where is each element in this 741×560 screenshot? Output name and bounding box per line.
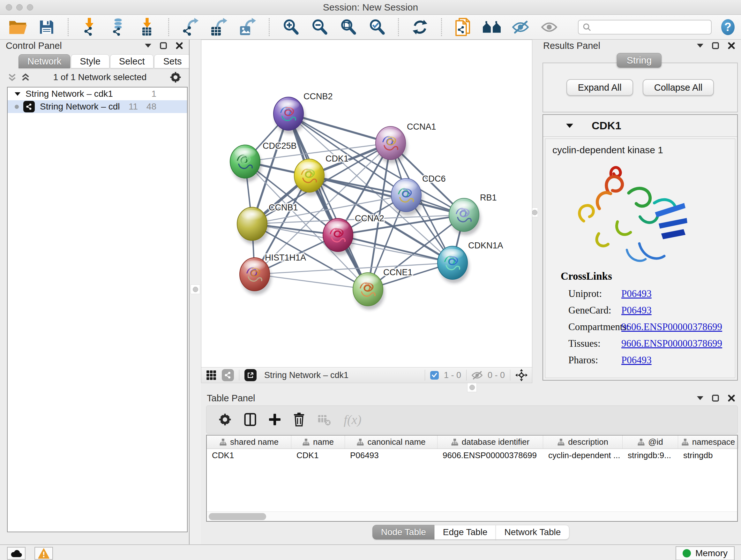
show-columns-button[interactable] [244, 413, 256, 426]
zoom-in-button[interactable] [281, 17, 300, 37]
warnings-button[interactable] [35, 547, 53, 560]
zoom-fit-button[interactable] [339, 17, 358, 37]
import-table-button[interactable] [138, 17, 157, 37]
memory-status-button[interactable]: Memory [676, 546, 735, 560]
panel-menu-button[interactable] [697, 44, 703, 48]
left-splitter[interactable] [189, 40, 201, 544]
detach-view-button[interactable] [245, 369, 257, 381]
clone-network-button[interactable] [454, 17, 473, 37]
collapse-all-tree-button[interactable] [8, 73, 17, 82]
tab-network-table[interactable]: Network Table [495, 525, 569, 540]
tab-sets[interactable]: Sets [154, 54, 191, 68]
panel-float-button[interactable] [712, 42, 719, 50]
help-button[interactable]: ? [721, 19, 735, 35]
open-session-button[interactable] [8, 17, 27, 37]
table-horizontal-scrollbar[interactable] [207, 511, 737, 521]
crosslink-value-link[interactable]: P06493 [621, 305, 652, 316]
selected-checkbox-icon[interactable] [430, 371, 439, 380]
column-header-canonical-name[interactable]: canonical name [345, 435, 437, 449]
column-type-icon [356, 438, 364, 446]
automation-cloud-button[interactable] [7, 547, 25, 560]
network-canvas[interactable]: CCNB2CCNA1CDC25BCDK1CDC6RB1CCNB1CCNA2CDK… [201, 40, 532, 367]
search-input[interactable] [594, 22, 707, 33]
edge-HIST1H1A-CCNE1[interactable] [255, 274, 368, 289]
node-CCNE1[interactable]: CCNE1 [353, 267, 413, 310]
network-options-gear-button[interactable] [170, 71, 181, 83]
tab-string[interactable]: String [617, 53, 662, 68]
network-overview-button[interactable] [482, 17, 501, 37]
panel-close-button[interactable] [728, 394, 735, 402]
left-splitter-handle[interactable] [191, 285, 200, 294]
delete-column-button[interactable] [293, 413, 305, 427]
protein-section-header[interactable]: CDK1 [543, 115, 737, 137]
zoom-selected-button[interactable] [367, 17, 387, 37]
network-row-selected[interactable]: String Network – cdk1 11 48 [8, 100, 187, 113]
column-header-@id[interactable]: @id [623, 435, 678, 449]
tab-select[interactable]: Select [110, 54, 154, 68]
node-CDKN1A[interactable]: CDKN1A [437, 241, 503, 283]
tab-edge-table[interactable]: Edge Table [434, 525, 496, 540]
right-splitter[interactable] [532, 40, 537, 383]
node-CCNB2[interactable]: CCNB2 [273, 91, 333, 134]
search-icon [583, 23, 591, 32]
panel-close-button[interactable] [176, 42, 183, 50]
export-image-button[interactable] [238, 17, 257, 37]
tab-style[interactable]: Style [71, 54, 109, 68]
expand-all-tree-button[interactable] [21, 73, 30, 82]
zoom-out-button[interactable] [310, 17, 329, 37]
collection-expander-icon[interactable] [15, 92, 20, 96]
section-expander-icon[interactable] [566, 124, 573, 128]
collapse-all-button[interactable]: Collapse All [643, 79, 714, 96]
edge-CCNA2-CDKN1A[interactable] [338, 235, 453, 263]
collection-count: 1 [138, 89, 156, 99]
column-header-name[interactable]: name [291, 435, 345, 449]
panel-float-button[interactable] [159, 42, 167, 50]
network-collection-row[interactable]: String Network – cdk1 1 [8, 87, 187, 100]
panel-menu-button[interactable] [145, 44, 151, 48]
hidden-eye-icon[interactable] [472, 371, 482, 380]
add-column-button[interactable] [269, 414, 280, 425]
crosslink-value-link[interactable]: P06493 [621, 354, 652, 366]
column-header-database-identifier[interactable]: database identifier [437, 435, 543, 449]
grid-view-button[interactable] [206, 370, 217, 381]
export-table-button[interactable] [209, 17, 228, 37]
expand-all-button[interactable]: Expand All [566, 79, 633, 96]
node-table: shared namenamecanonical namedatabase id… [206, 435, 738, 522]
table-row[interactable]: CDK1CDK1P064939606.ENSP00000378699cyclin… [207, 449, 737, 462]
hide-selected-button[interactable] [511, 17, 530, 37]
node-label-CCNE1: CCNE1 [383, 267, 413, 277]
import-database-button[interactable] [109, 17, 128, 37]
edge-CCNB2-CCNE1[interactable] [288, 114, 368, 289]
node-HIST1H1A[interactable]: HIST1H1A [240, 253, 306, 295]
crosslink-value-link[interactable]: 9606.ENSP00000378699 [621, 338, 722, 349]
panel-menu-button[interactable] [697, 396, 703, 400]
node-RB1[interactable]: RB1 [449, 193, 497, 235]
refresh-view-button[interactable] [410, 17, 429, 37]
export-network-button[interactable] [181, 17, 200, 37]
bottom-splitter[interactable] [201, 383, 741, 392]
scrollbar-thumb[interactable] [209, 513, 266, 520]
network-edges[interactable] [245, 114, 464, 289]
tab-network[interactable]: Network [18, 54, 70, 68]
column-header-namespace[interactable]: namespace [678, 435, 738, 449]
column-header-shared-name[interactable]: shared name [207, 435, 291, 449]
node-CDK1[interactable]: CDK1 [294, 154, 348, 196]
tab-node-table[interactable]: Node Table [373, 525, 434, 540]
save-session-button[interactable] [37, 17, 56, 37]
node-label-CCNA1: CCNA1 [407, 122, 436, 132]
crosslink-value-link[interactable]: 9606.ENSP00000378699 [621, 321, 722, 333]
bottom-splitter-handle[interactable] [467, 382, 477, 392]
panel-close-button[interactable] [728, 42, 735, 50]
table-cell: cyclin-dependent ... [543, 449, 623, 462]
import-network-button[interactable] [80, 17, 99, 37]
column-header-description[interactable]: description [543, 435, 623, 449]
panel-float-button[interactable] [712, 394, 719, 402]
node-CDC6[interactable]: CDC6 [391, 174, 446, 215]
crosslink-value-link[interactable]: P06493 [621, 288, 652, 300]
table-options-gear-button[interactable] [219, 413, 231, 426]
birdseye-crosshair-button[interactable] [515, 369, 528, 381]
collection-label: String Network – cdk1 [25, 89, 119, 99]
show-hidden-button[interactable] [540, 17, 559, 37]
node-CCNB1[interactable]: CCNB1 [237, 203, 298, 244]
network-canvas-svg[interactable]: CCNB2CCNA1CDC25BCDK1CDC6RB1CCNB1CCNA2CDK… [201, 40, 532, 367]
